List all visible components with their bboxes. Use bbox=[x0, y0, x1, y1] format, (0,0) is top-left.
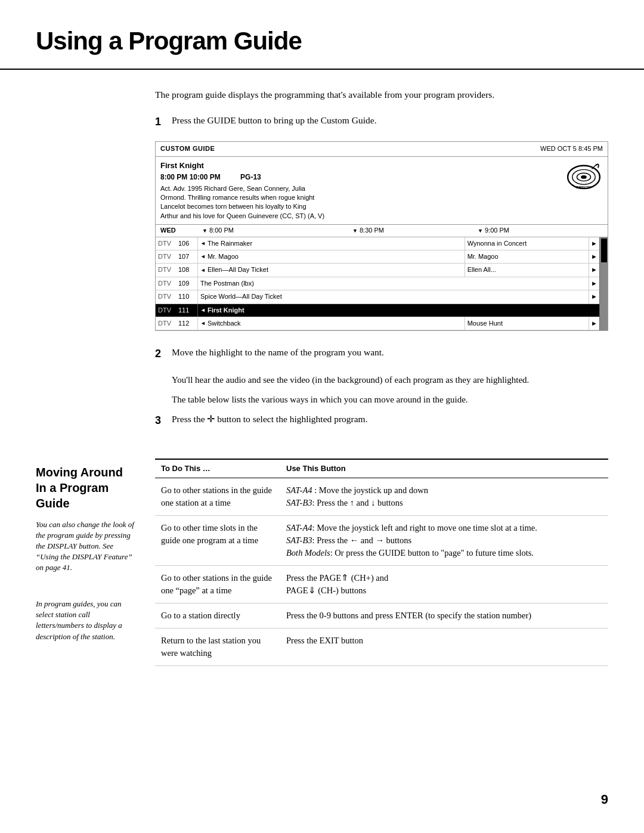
time-slot-900: ▼ 9:00 PM bbox=[478, 226, 603, 235]
row-107-ch: 107 bbox=[177, 250, 197, 263]
row-112-ch: 112 bbox=[177, 317, 197, 330]
prog-112-2[interactable]: Mouse Hunt bbox=[465, 317, 589, 330]
row-108-dtv: DTV bbox=[156, 264, 177, 276]
left-arrow-icon: ◄ bbox=[200, 306, 206, 314]
guide-rows-container: DTV 106 ◄The Rainmaker Wynonna in Concer… bbox=[156, 237, 608, 331]
step-1: 1 Press the GUIDE button to bring up the… bbox=[155, 113, 608, 129]
row-106-programs: ◄The Rainmaker Wynonna in Concert bbox=[197, 237, 589, 250]
featured-times-text: 8:00 PM 10:00 PM PG-13 bbox=[160, 173, 261, 181]
prog-109-1[interactable]: The Postman (lbx) bbox=[197, 277, 589, 290]
intro-text: The program guide displays the programmi… bbox=[155, 88, 608, 101]
sidebar-note-2: In program guides, you can select statio… bbox=[36, 599, 137, 642]
row-106-ch: 106 bbox=[177, 237, 197, 250]
guide-row-106: DTV 106 ◄The Rainmaker Wynonna in Concer… bbox=[156, 237, 599, 250]
row-110-nav[interactable]: ► bbox=[589, 290, 599, 303]
prog-106-2[interactable]: Wynonna in Concert bbox=[465, 237, 589, 250]
guide-rows: DTV 106 ◄The Rainmaker Wynonna in Concer… bbox=[156, 237, 599, 331]
row-112-programs: ◄Switchback Mouse Hunt bbox=[197, 317, 589, 330]
step-1-text: Press the GUIDE button to bring up the C… bbox=[172, 113, 608, 127]
step-3: 3 Press the ✛ button to select the highl… bbox=[155, 412, 608, 428]
row-108-nav[interactable]: ► bbox=[589, 264, 599, 276]
page-number: 9 bbox=[601, 791, 608, 809]
step-2-note-2: The table below lists the various ways i… bbox=[172, 393, 608, 407]
table-row-4-todo: Go to a station directly bbox=[155, 603, 280, 628]
guide-row-112: DTV 112 ◄Switchback Mouse Hunt ► bbox=[156, 317, 599, 330]
row-107-dtv: DTV bbox=[156, 250, 177, 263]
guide-table: To Do This … Use This Button Go to other… bbox=[155, 459, 608, 666]
guide-row-110: DTV 110 Spice World—All Day Ticket ► bbox=[156, 290, 599, 304]
row-107-nav[interactable]: ► bbox=[589, 250, 599, 263]
row-106-nav[interactable]: ► bbox=[589, 237, 599, 250]
guide-featured-info: First Knight 8:00 PM 10:00 PM PG-13 Act.… bbox=[156, 157, 608, 225]
row-112-nav[interactable]: ► bbox=[589, 317, 599, 330]
row-109-nav[interactable]: ► bbox=[589, 277, 599, 290]
left-arrow-icon: ◄ bbox=[200, 320, 206, 327]
moving-heading: Moving Around In a Program Guide bbox=[36, 465, 137, 511]
svg-point-3 bbox=[581, 175, 587, 179]
guide-row-111: DTV 111 ◄First Knight bbox=[156, 304, 599, 317]
prog-110-1[interactable]: Spice World—All Day Ticket bbox=[197, 290, 589, 303]
row-111-dtv: DTV bbox=[156, 304, 177, 317]
table-row-3: Go to other stations in the guide one “p… bbox=[155, 565, 608, 603]
guide-row-108: DTV 108 ◄Ellen—All Day Ticket Ellen All.… bbox=[156, 264, 599, 277]
col-use-header: Use This Button bbox=[280, 459, 608, 478]
row-111-ch: 111 bbox=[177, 304, 197, 317]
step-1-number: 1 bbox=[155, 113, 172, 129]
prog-107-1[interactable]: ◄Mr. Magoo bbox=[197, 250, 465, 263]
row-109-dtv: DTV bbox=[156, 277, 177, 290]
time-day: WED bbox=[160, 226, 190, 235]
step-3-number: 3 bbox=[155, 412, 172, 428]
row-110-dtv: DTV bbox=[156, 290, 177, 303]
prog-112-1[interactable]: ◄Switchback bbox=[197, 317, 465, 330]
prog-107-2[interactable]: Mr. Magoo bbox=[465, 250, 589, 263]
time-slots: ▼ 8:00 PM ▼ 8:30 PM ▼ 9:00 PM bbox=[190, 226, 603, 235]
row-108-ch: 108 bbox=[177, 264, 197, 276]
prog-106-1[interactable]: ◄The Rainmaker bbox=[197, 237, 465, 250]
table-row-2-todo: Go to other time slots in the guide one … bbox=[155, 515, 280, 565]
step-2-number: 2 bbox=[155, 345, 172, 361]
moving-table-area: To Do This … Use This Button Go to other… bbox=[155, 459, 608, 666]
col-todo-header: To Do This … bbox=[155, 459, 280, 478]
guide-time-row: WED ▼ 8:00 PM ▼ 8:30 PM ▼ 9:00 PM bbox=[156, 225, 608, 237]
table-row-4-use: Press the 0-9 buttons and press ENTER (t… bbox=[280, 603, 608, 628]
guide-scrollbar[interactable] bbox=[599, 237, 608, 331]
table-row-5-todo: Return to the last station you were watc… bbox=[155, 628, 280, 665]
moving-around-section: Moving Around In a Program Guide You can… bbox=[0, 459, 644, 666]
page-title: Using a Program Guide bbox=[36, 24, 608, 59]
guide-row-109: DTV 109 The Postman (lbx) ► bbox=[156, 277, 599, 290]
prog-108-1[interactable]: ◄Ellen—All Day Ticket bbox=[197, 264, 465, 276]
row-111-programs: ◄First Knight bbox=[197, 304, 599, 317]
row-108-programs: ◄Ellen—All Day Ticket Ellen All... bbox=[197, 264, 589, 276]
moving-sidebar: Moving Around In a Program Guide You can… bbox=[36, 459, 155, 666]
table-row-1: Go to other stations in the guide one st… bbox=[155, 478, 608, 515]
table-row-2-use: SAT-A4: Move the joystick left and right… bbox=[280, 515, 608, 565]
step-3-text: Press the ✛ button to select the highlig… bbox=[172, 412, 608, 426]
guide-date: WED OCT 5 8:45 PM bbox=[540, 144, 603, 153]
featured-times: 8:00 PM 10:00 PM PG-13 bbox=[160, 172, 324, 182]
table-row-5-use: Press the EXIT button bbox=[280, 628, 608, 665]
svg-text:DIRECTV: DIRECTV bbox=[576, 185, 591, 189]
table-row-5: Return to the last station you were watc… bbox=[155, 628, 608, 665]
left-arrow-icon: ◄ bbox=[200, 240, 206, 247]
prog-108-2[interactable]: Ellen All... bbox=[465, 264, 589, 276]
table-row-4: Go to a station directly Press the 0-9 b… bbox=[155, 603, 608, 628]
directv-logo: DIRECTV bbox=[565, 160, 603, 190]
time-slot-830: ▼ 8:30 PM bbox=[352, 226, 478, 235]
row-110-programs: Spice World—All Day Ticket bbox=[197, 290, 589, 303]
row-109-programs: The Postman (lbx) bbox=[197, 277, 589, 290]
guide-title: CUSTOM GUIDE bbox=[160, 144, 215, 153]
page-header: Using a Program Guide bbox=[0, 0, 644, 70]
step-2-text: Move the highlight to the name of the pr… bbox=[172, 345, 608, 359]
guide-header-row: CUSTOM GUIDE WED OCT 5 8:45 PM bbox=[156, 142, 608, 156]
row-110-ch: 110 bbox=[177, 290, 197, 303]
prog-111-1[interactable]: ◄First Knight bbox=[197, 304, 599, 317]
time-slot-800: ▼ 8:00 PM bbox=[190, 226, 352, 235]
left-arrow-icon: ◄ bbox=[200, 267, 206, 274]
row-112-dtv: DTV bbox=[156, 317, 177, 330]
featured-desc: Act. Adv. 1995 Richard Gere, Sean Conner… bbox=[160, 184, 324, 221]
table-row-1-use: SAT-A4 : Move the joystick up and down S… bbox=[280, 478, 608, 515]
step-2-note-1: You'll hear the audio and see the video … bbox=[172, 373, 608, 387]
sidebar-note-1: You can also change the look of the prog… bbox=[36, 519, 137, 574]
content-area: The program guide displays the programmi… bbox=[155, 88, 608, 441]
table-row-3-use: Press the PAGE⇑ (CH+) andPAGE⇓ (CH-) but… bbox=[280, 565, 608, 603]
